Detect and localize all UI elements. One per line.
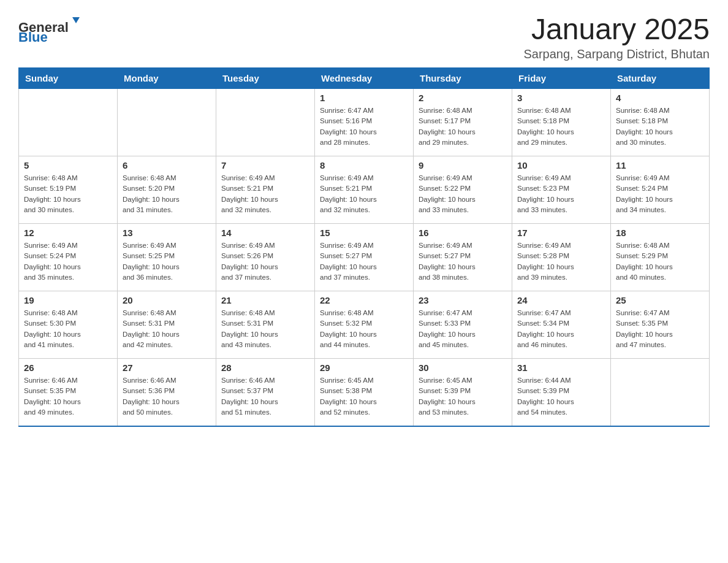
day-info: Sunrise: 6:48 AM Sunset: 5:19 PM Dayligh… bbox=[24, 173, 112, 215]
day-info: Sunrise: 6:48 AM Sunset: 5:17 PM Dayligh… bbox=[419, 105, 507, 148]
day-number: 31 bbox=[517, 362, 605, 373]
day-number: 9 bbox=[419, 160, 507, 170]
day-number: 11 bbox=[616, 160, 704, 170]
table-row: 27Sunrise: 6:46 AM Sunset: 5:36 PM Dayli… bbox=[118, 359, 216, 426]
day-number: 7 bbox=[221, 160, 309, 170]
table-row: 22Sunrise: 6:48 AM Sunset: 5:32 PM Dayli… bbox=[315, 291, 414, 359]
table-row: 6Sunrise: 6:48 AM Sunset: 5:20 PM Daylig… bbox=[118, 156, 216, 224]
day-number: 6 bbox=[123, 160, 211, 170]
day-info: Sunrise: 6:45 AM Sunset: 5:38 PM Dayligh… bbox=[320, 375, 408, 418]
table-row: 7Sunrise: 6:49 AM Sunset: 5:21 PM Daylig… bbox=[216, 156, 315, 224]
table-row: 12Sunrise: 6:49 AM Sunset: 5:24 PM Dayli… bbox=[19, 224, 118, 291]
table-row bbox=[611, 359, 710, 426]
calendar-week-row: 5Sunrise: 6:48 AM Sunset: 5:19 PM Daylig… bbox=[19, 156, 710, 224]
day-info: Sunrise: 6:48 AM Sunset: 5:18 PM Dayligh… bbox=[616, 105, 704, 148]
day-info: Sunrise: 6:49 AM Sunset: 5:26 PM Dayligh… bbox=[221, 240, 309, 283]
day-info: Sunrise: 6:49 AM Sunset: 5:27 PM Dayligh… bbox=[419, 240, 507, 283]
day-info: Sunrise: 6:47 AM Sunset: 5:34 PM Dayligh… bbox=[517, 308, 605, 350]
calendar-week-row: 26Sunrise: 6:46 AM Sunset: 5:35 PM Dayli… bbox=[19, 359, 710, 426]
day-info: Sunrise: 6:46 AM Sunset: 5:36 PM Dayligh… bbox=[123, 375, 211, 418]
day-info: Sunrise: 6:45 AM Sunset: 5:39 PM Dayligh… bbox=[419, 375, 507, 418]
day-info: Sunrise: 6:47 AM Sunset: 5:33 PM Dayligh… bbox=[419, 308, 507, 350]
col-thursday: Thursday bbox=[414, 68, 512, 89]
col-tuesday: Tuesday bbox=[216, 68, 315, 89]
day-number: 16 bbox=[419, 228, 507, 238]
table-row: 23Sunrise: 6:47 AM Sunset: 5:33 PM Dayli… bbox=[414, 291, 512, 359]
table-row: 19Sunrise: 6:48 AM Sunset: 5:30 PM Dayli… bbox=[19, 291, 118, 359]
day-info: Sunrise: 6:48 AM Sunset: 5:20 PM Dayligh… bbox=[123, 173, 211, 215]
day-info: Sunrise: 6:49 AM Sunset: 5:25 PM Dayligh… bbox=[123, 240, 211, 283]
day-info: Sunrise: 6:49 AM Sunset: 5:22 PM Dayligh… bbox=[419, 173, 507, 215]
table-row: 26Sunrise: 6:46 AM Sunset: 5:35 PM Dayli… bbox=[19, 359, 118, 426]
day-info: Sunrise: 6:48 AM Sunset: 5:31 PM Dayligh… bbox=[221, 308, 309, 350]
table-row: 20Sunrise: 6:48 AM Sunset: 5:31 PM Dayli… bbox=[118, 291, 216, 359]
table-row: 5Sunrise: 6:48 AM Sunset: 5:19 PM Daylig… bbox=[19, 156, 118, 224]
calendar-week-row: 19Sunrise: 6:48 AM Sunset: 5:30 PM Dayli… bbox=[19, 291, 710, 359]
col-sunday: Sunday bbox=[19, 68, 118, 89]
day-number: 23 bbox=[419, 295, 507, 305]
table-row: 2Sunrise: 6:48 AM Sunset: 5:17 PM Daylig… bbox=[414, 89, 512, 156]
table-row: 28Sunrise: 6:46 AM Sunset: 5:37 PM Dayli… bbox=[216, 359, 315, 426]
table-row: 29Sunrise: 6:45 AM Sunset: 5:38 PM Dayli… bbox=[315, 359, 414, 426]
day-number: 4 bbox=[616, 93, 704, 103]
day-number: 29 bbox=[320, 362, 408, 373]
table-row bbox=[216, 89, 315, 156]
table-row: 17Sunrise: 6:49 AM Sunset: 5:28 PM Dayli… bbox=[512, 224, 611, 291]
day-number: 24 bbox=[517, 295, 605, 305]
day-number: 2 bbox=[419, 93, 507, 103]
table-row bbox=[118, 89, 216, 156]
table-row: 4Sunrise: 6:48 AM Sunset: 5:18 PM Daylig… bbox=[611, 89, 710, 156]
day-number: 18 bbox=[616, 228, 704, 238]
day-number: 10 bbox=[517, 160, 605, 170]
day-info: Sunrise: 6:48 AM Sunset: 5:18 PM Dayligh… bbox=[517, 105, 605, 148]
col-wednesday: Wednesday bbox=[315, 68, 414, 89]
day-info: Sunrise: 6:48 AM Sunset: 5:31 PM Dayligh… bbox=[123, 308, 211, 350]
day-number: 3 bbox=[517, 93, 605, 103]
day-number: 17 bbox=[517, 228, 605, 238]
table-row: 16Sunrise: 6:49 AM Sunset: 5:27 PM Dayli… bbox=[414, 224, 512, 291]
col-monday: Monday bbox=[118, 68, 216, 89]
table-row: 24Sunrise: 6:47 AM Sunset: 5:34 PM Dayli… bbox=[512, 291, 611, 359]
logo: General Blue bbox=[18, 12, 92, 45]
page-header: General Blue January 2025 Sarpang, Sarpa… bbox=[18, 12, 710, 61]
day-number: 20 bbox=[123, 295, 211, 305]
day-info: Sunrise: 6:44 AM Sunset: 5:39 PM Dayligh… bbox=[517, 375, 605, 418]
table-row: 1Sunrise: 6:47 AM Sunset: 5:16 PM Daylig… bbox=[315, 89, 414, 156]
day-number: 13 bbox=[123, 228, 211, 238]
day-info: Sunrise: 6:46 AM Sunset: 5:37 PM Dayligh… bbox=[221, 375, 309, 418]
table-row: 10Sunrise: 6:49 AM Sunset: 5:23 PM Dayli… bbox=[512, 156, 611, 224]
day-info: Sunrise: 6:47 AM Sunset: 5:16 PM Dayligh… bbox=[320, 105, 408, 148]
day-info: Sunrise: 6:47 AM Sunset: 5:35 PM Dayligh… bbox=[616, 308, 704, 350]
day-number: 26 bbox=[24, 362, 112, 373]
table-row: 9Sunrise: 6:49 AM Sunset: 5:22 PM Daylig… bbox=[414, 156, 512, 224]
day-info: Sunrise: 6:49 AM Sunset: 5:21 PM Dayligh… bbox=[221, 173, 309, 215]
svg-text:Blue: Blue bbox=[18, 29, 48, 43]
table-row: 15Sunrise: 6:49 AM Sunset: 5:27 PM Dayli… bbox=[315, 224, 414, 291]
day-number: 14 bbox=[221, 228, 309, 238]
table-row: 30Sunrise: 6:45 AM Sunset: 5:39 PM Dayli… bbox=[414, 359, 512, 426]
calendar-week-row: 1Sunrise: 6:47 AM Sunset: 5:16 PM Daylig… bbox=[19, 89, 710, 156]
calendar-header-row: Sunday Monday Tuesday Wednesday Thursday… bbox=[19, 68, 710, 89]
day-number: 12 bbox=[24, 228, 112, 238]
logo-general-text: General Blue bbox=[18, 12, 92, 45]
table-row: 21Sunrise: 6:48 AM Sunset: 5:31 PM Dayli… bbox=[216, 291, 315, 359]
table-row: 14Sunrise: 6:49 AM Sunset: 5:26 PM Dayli… bbox=[216, 224, 315, 291]
col-friday: Friday bbox=[512, 68, 611, 89]
day-number: 22 bbox=[320, 295, 408, 305]
day-number: 5 bbox=[24, 160, 112, 170]
table-row: 8Sunrise: 6:49 AM Sunset: 5:21 PM Daylig… bbox=[315, 156, 414, 224]
calendar-subtitle: Sarpang, Sarpang District, Bhutan bbox=[523, 47, 710, 61]
day-number: 21 bbox=[221, 295, 309, 305]
day-number: 15 bbox=[320, 228, 408, 238]
calendar-table: Sunday Monday Tuesday Wednesday Thursday… bbox=[18, 67, 710, 427]
day-number: 30 bbox=[419, 362, 507, 373]
title-section: January 2025 Sarpang, Sarpang District, … bbox=[523, 12, 710, 61]
day-number: 27 bbox=[123, 362, 211, 373]
day-number: 19 bbox=[24, 295, 112, 305]
day-info: Sunrise: 6:46 AM Sunset: 5:35 PM Dayligh… bbox=[24, 375, 112, 418]
day-info: Sunrise: 6:48 AM Sunset: 5:32 PM Dayligh… bbox=[320, 308, 408, 350]
day-number: 28 bbox=[221, 362, 309, 373]
table-row: 18Sunrise: 6:48 AM Sunset: 5:29 PM Dayli… bbox=[611, 224, 710, 291]
day-info: Sunrise: 6:49 AM Sunset: 5:24 PM Dayligh… bbox=[24, 240, 112, 283]
table-row: 13Sunrise: 6:49 AM Sunset: 5:25 PM Dayli… bbox=[118, 224, 216, 291]
